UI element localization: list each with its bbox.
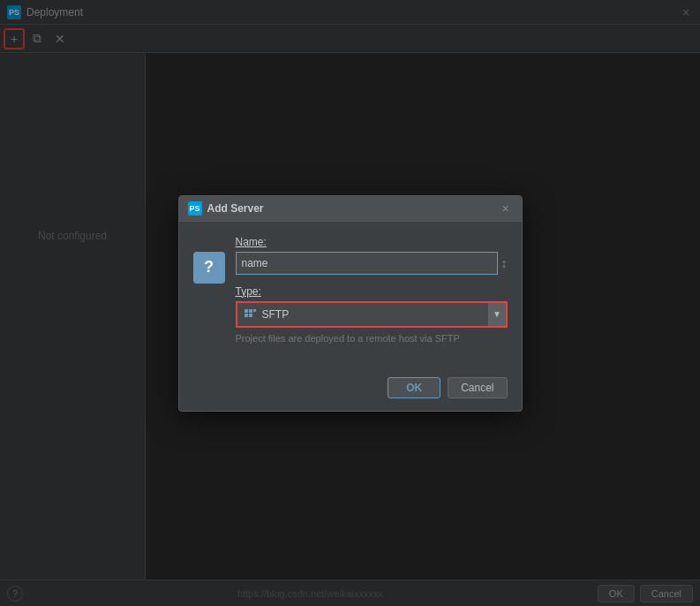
name-input[interactable] [236,252,498,275]
dialog-titlebar: PS Add Server × [179,196,522,222]
dialog-fields: Name: ↕ Type: [236,236,508,354]
dialog-close-button[interactable]: × [499,201,513,216]
type-select-row: SFTP ▼ [236,301,508,328]
add-server-dialog: PS Add Server × ? Name: [178,195,523,412]
name-input-row: ↕ [236,252,508,275]
dialog-title: Add Server [207,202,499,215]
svg-rect-1 [249,309,252,313]
dialog-logo: PS [188,201,202,216]
name-field-group: Name: ↕ [236,236,508,275]
sftp-grid-icon [244,308,256,321]
dialog-ok-button[interactable]: OK [388,377,440,398]
type-field-group: Type: [236,285,508,344]
sort-icon[interactable]: ↕ [501,257,508,269]
sftp-icon [243,307,257,322]
type-select-wrapper[interactable]: SFTP ▼ [236,301,508,328]
name-label-text: Name: [236,236,267,248]
type-label-text: Type: [236,285,261,298]
dialog-question-icon: ? [193,252,225,284]
svg-rect-2 [245,314,248,317]
svg-rect-3 [249,314,252,317]
sort-arrows: ↕ [501,257,508,269]
svg-rect-4 [253,309,256,312]
dialog-cancel-button[interactable]: Cancel [448,377,507,398]
type-dropdown-arrow[interactable]: ▼ [488,303,506,326]
type-label: Type: [236,285,508,298]
type-select[interactable]: SFTP [237,303,506,326]
type-description: Project files are deployed to a remote h… [236,333,508,344]
dialog-content-row: ? Name: ↕ [193,236,508,354]
dialog-ps-icon: PS [188,201,202,216]
name-label: Name: [236,236,508,248]
dialog-body: ? Name: ↕ [179,222,522,368]
svg-rect-0 [245,309,248,313]
dialog-footer: OK Cancel [179,368,522,411]
modal-overlay: PS Add Server × ? Name: [0,0,700,606]
question-mark: ? [204,258,214,276]
type-select-value: SFTP [262,308,501,321]
